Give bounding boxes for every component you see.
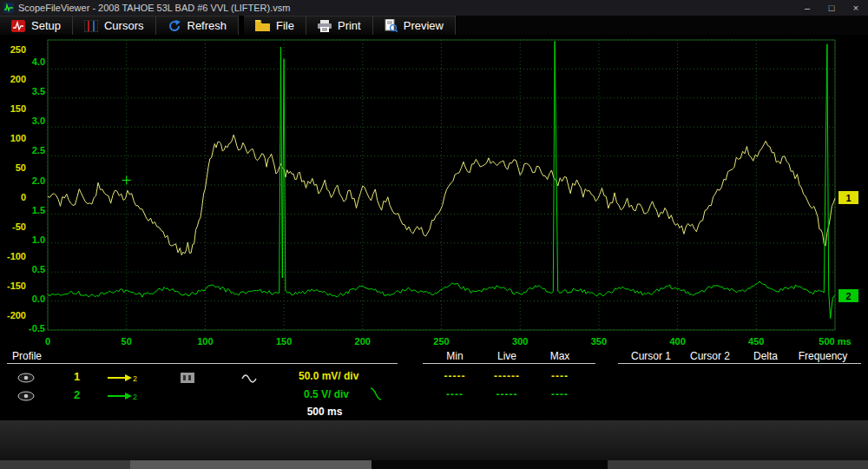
channel-2-row: 2 2 0.5 V/ div ---- ----- ---- (0, 387, 868, 403)
setup-button[interactable]: Setup (0, 16, 73, 35)
close-button[interactable]: × (844, 0, 868, 16)
minimize-button[interactable]: – (795, 0, 819, 16)
slope-icon[interactable] (370, 387, 382, 404)
svg-text:150: 150 (10, 103, 26, 114)
file-button-label: File (276, 19, 294, 32)
filter-icon[interactable] (181, 371, 194, 386)
svg-text:0.5: 0.5 (32, 264, 45, 274)
profile-label: Profile (12, 350, 42, 362)
timebase-label[interactable]: 500 ms (307, 406, 343, 418)
divider (423, 363, 595, 364)
max-value: ---- (551, 388, 569, 400)
preview-button[interactable]: Preview (373, 16, 456, 35)
svg-text:100: 100 (10, 133, 26, 143)
channel-1-row: 1 2 50.0 mV/ div ----- ------ ---- (0, 369, 868, 385)
cursors-button-label: Cursors (104, 19, 144, 32)
svg-text:50: 50 (122, 336, 132, 347)
svg-text:-100: -100 (7, 251, 26, 261)
file-folder-icon (255, 20, 270, 31)
print-button[interactable]: Print (306, 16, 373, 35)
svg-text:2: 2 (133, 374, 137, 383)
svg-text:4.0: 4.0 (32, 56, 45, 67)
svg-text:0: 0 (45, 336, 50, 347)
probe-icon[interactable]: 2 (108, 371, 139, 386)
app-icon (3, 3, 14, 13)
preview-icon (385, 19, 398, 32)
column-header-cursor1: Cursor 1 (631, 350, 671, 362)
trigger-marker[interactable] (122, 176, 131, 185)
svg-text:1.5: 1.5 (32, 205, 45, 215)
window-title: ScopeFileViewer - 2008 TAHOE 53L BAD #6 … (18, 3, 290, 13)
svg-text:0.0: 0.0 (32, 294, 45, 304)
visibility-eye-icon[interactable] (17, 371, 35, 386)
svg-text:200: 200 (10, 74, 26, 84)
refresh-button-label: Refresh (187, 19, 227, 32)
toolbar: Setup Cursors Refresh File Print Preview (0, 16, 868, 35)
live-value: ------ (494, 370, 520, 382)
channel-scale[interactable]: 0.5 V/ div (304, 388, 349, 400)
svg-text:-200: -200 (7, 310, 26, 320)
svg-text:350: 350 (591, 336, 607, 347)
refresh-button[interactable]: Refresh (156, 16, 240, 35)
svg-text:300: 300 (512, 336, 528, 347)
channel-1-marker[interactable]: 1 (838, 191, 858, 204)
print-button-label: Print (338, 19, 361, 32)
svg-text:2.5: 2.5 (32, 145, 45, 155)
column-header-frequency: Frequency (799, 350, 848, 362)
channel-2-marker[interactable]: 2 (838, 289, 858, 302)
x-axis: 050100150200250300350400450500 ms (45, 336, 852, 347)
preview-button-label: Preview (404, 19, 444, 32)
waveform-channel-1 (48, 135, 835, 254)
column-header-delta: Delta (753, 350, 778, 362)
column-header-live: Live (497, 350, 516, 362)
svg-text:2.0: 2.0 (32, 175, 45, 186)
probe-icon[interactable]: 2 (108, 389, 139, 405)
transport-bar: 00:00:367 x1 (0, 420, 868, 460)
svg-text:150: 150 (276, 336, 292, 347)
svg-text:400: 400 (669, 336, 685, 347)
svg-text:500 ms: 500 ms (819, 336, 851, 347)
taskbar-window-button[interactable] (372, 460, 608, 469)
scope-plot[interactable]: 250200150100500-50-100-150-2004.03.53.02… (0, 35, 868, 347)
ac-coupling-icon[interactable] (241, 371, 257, 386)
measurement-panel: Profile Min Live Max Cursor 1 Cursor 2 D… (0, 347, 868, 420)
taskbar (0, 460, 868, 469)
svg-text:3.5: 3.5 (32, 86, 45, 96)
svg-text:0: 0 (21, 192, 26, 202)
cursors-icon (84, 20, 98, 32)
svg-text:250: 250 (10, 44, 26, 55)
maximize-button[interactable]: □ (819, 0, 844, 16)
svg-text:50: 50 (16, 162, 26, 173)
channel-number: 2 (74, 388, 80, 401)
divider (618, 363, 861, 364)
svg-text:250: 250 (433, 336, 449, 347)
setup-button-label: Setup (31, 19, 61, 32)
refresh-icon (168, 19, 181, 33)
file-button[interactable]: File (244, 16, 306, 35)
column-header-min: Min (446, 350, 463, 362)
window-controls: – □ × (795, 0, 868, 16)
setup-icon (11, 20, 25, 32)
svg-text:200: 200 (355, 336, 371, 347)
channel-number: 1 (74, 370, 80, 383)
divider (7, 363, 398, 364)
svg-text:-0.5: -0.5 (29, 323, 45, 334)
live-value: ----- (496, 388, 518, 400)
channel-scale[interactable]: 50.0 mV/ div (299, 370, 358, 382)
title-bar: ScopeFileViewer - 2008 TAHOE 53L BAD #6 … (0, 0, 868, 16)
scope-grid (48, 40, 835, 330)
svg-text:100: 100 (197, 336, 213, 347)
svg-text:3.0: 3.0 (32, 116, 45, 126)
print-icon (318, 20, 332, 32)
y-axis-channel-2: 4.03.53.02.52.01.51.00.50.0-0.5 (29, 56, 45, 334)
svg-text:-50: -50 (12, 221, 26, 232)
column-header-max: Max (550, 350, 570, 362)
svg-text:-150: -150 (7, 281, 26, 291)
y-axis-channel-1: 250200150100500-50-100-150-200 (7, 44, 26, 320)
svg-text:2: 2 (133, 393, 137, 401)
visibility-eye-icon[interactable] (17, 389, 35, 405)
cursors-button[interactable]: Cursors (73, 16, 156, 35)
max-value: ---- (551, 370, 569, 382)
min-value: ---- (446, 388, 464, 400)
taskbar-window-button[interactable] (130, 460, 372, 469)
